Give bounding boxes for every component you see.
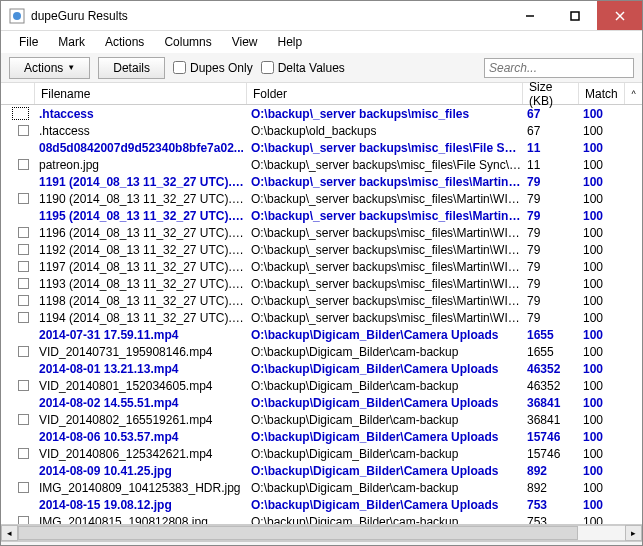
table-row[interactable]: 1195 (2014_08_13 11_32_27 UTC).001O:\bac… [1, 207, 642, 224]
close-button[interactable] [597, 1, 642, 30]
cell-match: 100 [579, 141, 625, 155]
menu-actions[interactable]: Actions [95, 32, 154, 52]
table-row[interactable]: 2014-08-06 10.53.57.mp4O:\backup\Digicam… [1, 428, 642, 445]
table-row[interactable]: 08d5d0842007d9d52340b8bfe7a02...O:\backu… [1, 139, 642, 156]
cell-filename: .htaccess [35, 124, 247, 138]
table-row[interactable]: 2014-08-02 14.55.51.mp4O:\backup\Digicam… [1, 394, 642, 411]
row-checkbox[interactable] [1, 516, 35, 524]
cell-size: 79 [523, 226, 579, 240]
row-checkbox[interactable] [1, 380, 35, 391]
cell-filename: patreon.jpg [35, 158, 247, 172]
minimize-button[interactable] [507, 1, 552, 30]
cell-match: 100 [579, 447, 625, 461]
table-row[interactable]: 1197 (2014_08_13 11_32_27 UTC).001O:\bac… [1, 258, 642, 275]
row-checkbox[interactable] [1, 346, 35, 357]
table-row[interactable]: 1193 (2014_08_13 11_32_27 UTC).001O:\bac… [1, 275, 642, 292]
header-folder[interactable]: Folder [247, 83, 523, 104]
cell-match: 100 [579, 124, 625, 138]
cell-folder: O:\backup\Digicam_Bilder\Camera Uploads [247, 362, 523, 376]
row-checkbox[interactable] [1, 193, 35, 204]
cell-filename: 1191 (2014_08_13 11_32_27 UTC).001 [35, 175, 247, 189]
table-row[interactable]: 2014-08-15 19.08.12.jpgO:\backup\Digicam… [1, 496, 642, 513]
scroll-left-icon[interactable]: ◂ [1, 525, 18, 541]
cell-folder: O:\backup\_server backups\misc_files\Mar… [247, 294, 523, 308]
row-checkbox[interactable] [1, 312, 35, 323]
table-row[interactable]: 1191 (2014_08_13 11_32_27 UTC).001O:\bac… [1, 173, 642, 190]
row-checkbox[interactable] [1, 482, 35, 493]
cell-folder: O:\backup\_server backups\misc_files\Mar… [247, 277, 523, 291]
table-row[interactable]: VID_20140802_165519261.mp4O:\backup\Digi… [1, 411, 642, 428]
cell-folder: O:\backup\_server backups\misc_files\Mar… [247, 226, 523, 240]
menu-help[interactable]: Help [268, 32, 313, 52]
cell-size: 79 [523, 294, 579, 308]
row-checkbox[interactable] [1, 278, 35, 289]
header-checkbox[interactable] [1, 83, 35, 104]
table-row[interactable]: patreon.jpgO:\backup\_server backups\mis… [1, 156, 642, 173]
table-row[interactable]: 2014-08-09 10.41.25.jpgO:\backup\Digicam… [1, 462, 642, 479]
cell-filename: 1193 (2014_08_13 11_32_27 UTC).001 [35, 277, 247, 291]
row-checkbox[interactable] [1, 125, 35, 136]
results-grid[interactable]: .htaccessO:\backup\_server backups\misc_… [1, 105, 642, 524]
cell-folder: O:\backup\Digicam_Bilder\Camera Uploads [247, 328, 523, 342]
table-row[interactable]: VID_20140801_152034605.mp4O:\backup\Digi… [1, 377, 642, 394]
header-size[interactable]: Size (KB) [523, 83, 579, 104]
row-checkbox[interactable] [1, 414, 35, 425]
horizontal-scrollbar[interactable]: ◂ ▸ [1, 524, 642, 541]
delta-values-checkbox[interactable]: Delta Values [261, 61, 345, 75]
cell-match: 100 [579, 311, 625, 325]
row-checkbox[interactable] [1, 227, 35, 238]
table-row[interactable]: 1190 (2014_08_13 11_32_27 UTC).001O:\bac… [1, 190, 642, 207]
cell-size: 36841 [523, 396, 579, 410]
dupes-only-checkbox[interactable]: Dupes Only [173, 61, 253, 75]
scroll-right-icon[interactable]: ▸ [625, 525, 642, 541]
row-checkbox[interactable] [1, 261, 35, 272]
table-row[interactable]: 1194 (2014_08_13 11_32_27 UTC).001O:\bac… [1, 309, 642, 326]
row-checkbox[interactable] [1, 295, 35, 306]
row-checkbox[interactable] [1, 159, 35, 170]
table-row[interactable]: .htaccessO:\backup\_server backups\misc_… [1, 105, 642, 122]
cell-folder: O:\backup\_server backups\misc_files [247, 107, 523, 121]
cell-match: 100 [579, 481, 625, 495]
table-row[interactable]: .htaccessO:\backup\old_backups67100 [1, 122, 642, 139]
cell-folder: O:\backup\_server backups\misc_files\Fil… [247, 141, 523, 155]
search-input[interactable] [484, 58, 634, 78]
table-row[interactable]: 1196 (2014_08_13 11_32_27 UTC).001O:\bac… [1, 224, 642, 241]
cell-filename: 08d5d0842007d9d52340b8bfe7a02... [35, 141, 247, 155]
maximize-button[interactable] [552, 1, 597, 30]
row-checkbox[interactable] [1, 244, 35, 255]
table-row[interactable]: IMG_20140815_190812808.jpgO:\backup\Digi… [1, 513, 642, 524]
table-row[interactable]: 2014-07-31 17.59.11.mp4O:\backup\Digicam… [1, 326, 642, 343]
cell-size: 892 [523, 481, 579, 495]
cell-size: 79 [523, 277, 579, 291]
cell-filename: VID_20140806_125342621.mp4 [35, 447, 247, 461]
menu-mark[interactable]: Mark [48, 32, 95, 52]
menu-view[interactable]: View [222, 32, 268, 52]
table-row[interactable]: 1192 (2014_08_13 11_32_27 UTC).001O:\bac… [1, 241, 642, 258]
cell-size: 753 [523, 498, 579, 512]
cell-filename: 2014-08-01 13.21.13.mp4 [35, 362, 247, 376]
table-row[interactable]: 2014-08-01 13.21.13.mp4O:\backup\Digicam… [1, 360, 642, 377]
scroll-up-icon[interactable]: ^ [625, 89, 642, 99]
cell-size: 1655 [523, 345, 579, 359]
cell-filename: 1190 (2014_08_13 11_32_27 UTC).001 [35, 192, 247, 206]
header-match[interactable]: Match [579, 83, 625, 104]
header-filename[interactable]: Filename [35, 83, 247, 104]
table-row[interactable]: VID_20140806_125342621.mp4O:\backup\Digi… [1, 445, 642, 462]
details-button[interactable]: Details [98, 57, 165, 79]
cell-match: 100 [579, 345, 625, 359]
cell-folder: O:\backup\_server backups\misc_files\Mar… [247, 243, 523, 257]
menu-columns[interactable]: Columns [154, 32, 221, 52]
scrollbar-thumb[interactable] [18, 526, 578, 540]
actions-button[interactable]: Actions▼ [9, 57, 90, 79]
menu-file[interactable]: File [9, 32, 48, 52]
row-checkbox[interactable] [1, 107, 35, 120]
table-row[interactable]: IMG_20140809_104125383_HDR.jpgO:\backup\… [1, 479, 642, 496]
cell-folder: O:\backup\Digicam_Bilder\Camera Uploads [247, 430, 523, 444]
row-checkbox[interactable] [1, 448, 35, 459]
cell-folder: O:\backup\Digicam_Bilder\cam-backup [247, 515, 523, 525]
table-row[interactable]: 1198 (2014_08_13 11_32_27 UTC).001O:\bac… [1, 292, 642, 309]
table-row[interactable]: VID_20140731_195908146.mp4O:\backup\Digi… [1, 343, 642, 360]
cell-match: 100 [579, 158, 625, 172]
cell-filename: 2014-08-02 14.55.51.mp4 [35, 396, 247, 410]
cell-filename: VID_20140801_152034605.mp4 [35, 379, 247, 393]
